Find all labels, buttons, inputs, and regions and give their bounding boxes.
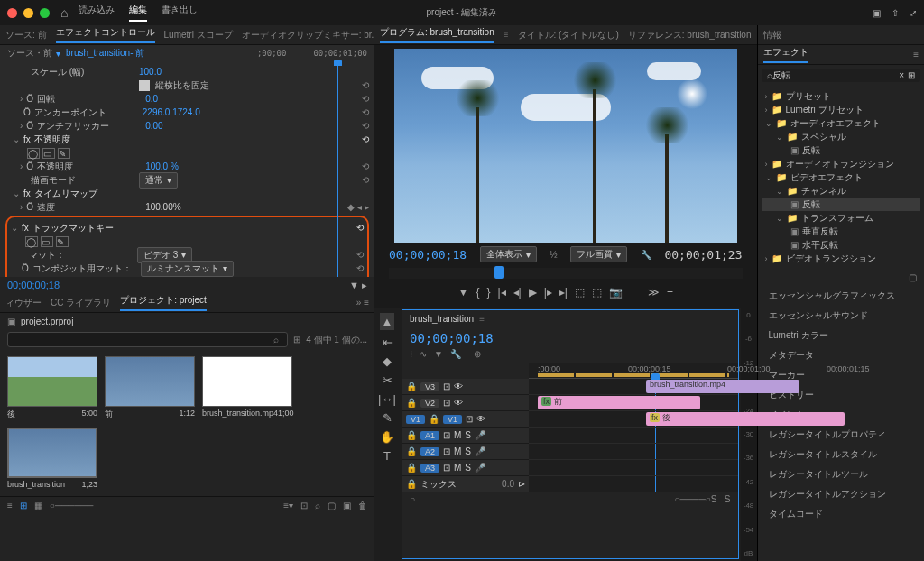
mic-icon[interactable]: 🎤 <box>475 430 485 440</box>
track-select-tool-icon[interactable]: ⇤ <box>383 336 393 349</box>
tree-item[interactable]: ▣反転 <box>762 198 921 211</box>
track-a3[interactable]: A3 <box>420 464 439 473</box>
bin-item[interactable]: brush_transition.mp41;00 <box>202 356 292 420</box>
icon-view-icon[interactable]: ⊞ <box>20 501 27 510</box>
bin-item[interactable]: brush_transition1;23 <box>7 428 97 489</box>
share-icon[interactable]: ⇧ <box>892 8 899 18</box>
track-v3[interactable]: V3 <box>420 382 439 391</box>
bin-item[interactable]: 前1:12 <box>105 356 195 420</box>
tree-item[interactable]: ›📁オーディオトランジション <box>762 157 921 170</box>
panel-list-item[interactable]: タイムコード <box>758 504 925 524</box>
ellipse-mask-icon[interactable]: ◯ <box>25 236 38 247</box>
export-frame-icon[interactable]: 📷 <box>609 286 623 299</box>
track-v1-src[interactable]: V1 <box>406 415 425 424</box>
sort-icon[interactable]: ≡▾ <box>283 501 293 510</box>
settings-icon[interactable]: 🔧 <box>450 349 461 359</box>
panel-list-item[interactable]: Lumetri カラー <box>758 326 925 345</box>
effects-search[interactable]: ⌕ × ⊞ <box>762 69 921 82</box>
pen-mask-icon[interactable]: ✎ <box>56 236 69 247</box>
clip-v2[interactable]: fx 前 <box>538 396 700 409</box>
settings-icon[interactable]: 🔧 <box>641 250 651 260</box>
panel-list-item[interactable]: レガシータイトルアクション <box>758 484 925 504</box>
panel-list-item[interactable]: レガシータイトルプロパティ <box>758 425 925 445</box>
lock-icon[interactable]: 🔒 <box>429 414 439 424</box>
ec-antiflicker-value[interactable]: 0.00 <box>145 121 162 131</box>
track-v2[interactable]: V2 <box>420 399 439 408</box>
reset-icon[interactable]: ⟲ <box>362 175 369 185</box>
toggle-output-icon[interactable]: ⊡ <box>443 398 450 408</box>
tree-item[interactable]: ▣水平反転 <box>762 238 921 252</box>
clear-search-icon[interactable]: × <box>899 70 904 80</box>
lock-icon[interactable]: 🔒 <box>406 479 417 489</box>
lift-icon[interactable]: ⬚ <box>575 286 585 299</box>
zoom-slider[interactable]: ○────── <box>50 501 94 510</box>
fit-dropdown[interactable]: 全体表示 ▾ <box>480 246 537 262</box>
tree-item[interactable]: ›📁プリセット <box>762 89 921 103</box>
ec-rotation-value[interactable]: 0.0 <box>145 94 158 104</box>
tab-project[interactable]: プロジェクト: project <box>120 294 207 311</box>
auto-seq-icon[interactable]: ⊡ <box>300 501 308 510</box>
toggle-output-icon[interactable]: ⊡ <box>443 382 450 391</box>
button-editor-icon[interactable]: + <box>667 286 673 299</box>
track-mix[interactable]: ミックス <box>420 478 457 491</box>
sequence-name[interactable]: brush_transition <box>410 314 474 324</box>
lock-icon[interactable]: 🔒 <box>406 463 417 473</box>
tab-source[interactable]: ソース: 前 <box>5 29 47 41</box>
timeline-tc[interactable]: 00;00;00;18 <box>410 331 494 345</box>
rect-mask-icon[interactable]: ▭ <box>42 148 55 159</box>
close-window-button[interactable] <box>7 8 17 18</box>
link-icon[interactable]: ∿ <box>420 349 427 359</box>
comparison-icon[interactable]: ≫ <box>648 286 660 299</box>
panel-menu-icon[interactable]: ≡ <box>913 50 919 60</box>
ec-clip-name[interactable]: brush_transition- 前 <box>66 47 144 60</box>
blend-mode-dropdown[interactable]: 通常 ▾ <box>139 172 178 189</box>
tab-audio-mixer[interactable]: オーディオクリップミキサー: br... <box>242 29 379 41</box>
track-a1[interactable]: A1 <box>420 431 439 440</box>
panel-list-item[interactable]: レガシータイトルツール <box>758 464 925 484</box>
tab-title[interactable]: タイトル: (タイトルなし) <box>518 29 619 41</box>
trash-icon[interactable]: 🗑 <box>358 501 367 510</box>
bin-nav-icon[interactable]: ⊞ <box>293 335 300 345</box>
insert-icon[interactable]: ⊕ <box>474 349 481 359</box>
tab-media-browser[interactable]: ィウザー <box>5 297 42 309</box>
ripple-tool-icon[interactable]: ◆ <box>383 354 392 368</box>
new-item-icon[interactable]: ▣ <box>343 501 351 510</box>
rect-mask-icon[interactable]: ▭ <box>41 236 53 247</box>
add-marker-icon[interactable]: ▼ <box>458 286 469 299</box>
tab-lumetri-scopes[interactable]: Lumetri スコープ <box>164 29 233 41</box>
tab-cc-library[interactable]: CC ライブラリ <box>51 297 111 309</box>
trackmatte-header[interactable]: トラックマットキー <box>32 222 114 235</box>
ec-playhead[interactable] <box>337 63 338 277</box>
eye-icon[interactable]: 👁 <box>454 382 463 391</box>
mic-icon[interactable]: 🎤 <box>475 463 485 473</box>
selection-tool-icon[interactable]: ▲ <box>380 313 395 330</box>
maximize-window-button[interactable] <box>40 8 50 18</box>
fullscreen-icon[interactable]: ⤢ <box>910 8 917 18</box>
tree-item[interactable]: ▣垂直反転 <box>762 225 921 238</box>
type-tool-icon[interactable]: T <box>383 449 391 463</box>
program-tc-left[interactable]: 00;00;00;18 <box>389 248 467 262</box>
menu-edit[interactable]: 編集 <box>129 4 147 22</box>
tree-item[interactable]: ⌄📁トランスフォーム <box>762 211 921 225</box>
step-back-icon[interactable]: ◂| <box>513 286 522 299</box>
uniform-scale-checkbox[interactable] <box>139 80 150 91</box>
reset-icon[interactable]: ⟲ <box>362 121 369 131</box>
tree-item[interactable]: ⌄📁スペシャル <box>762 130 921 143</box>
freeform-view-icon[interactable]: ▦ <box>34 501 42 510</box>
minimize-window-button[interactable] <box>23 8 33 18</box>
menu-export[interactable]: 書き出し <box>162 4 198 22</box>
reset-icon[interactable]: ⟲ <box>362 80 369 90</box>
hand-tool-icon[interactable]: ✋ <box>380 430 394 444</box>
reset-icon[interactable]: ⟲ <box>356 223 364 233</box>
panel-list-item[interactable]: エッセンシャルグラフィックス <box>758 286 925 306</box>
home-icon[interactable]: ⌂ <box>60 5 68 20</box>
go-in-icon[interactable]: |◂ <box>497 286 505 299</box>
tab-effect-controls[interactable]: エフェクトコントロール <box>56 26 155 43</box>
panel-menu-icon[interactable]: » ≡ <box>356 298 369 308</box>
program-viewer[interactable] <box>394 49 737 243</box>
lock-icon[interactable]: 🔒 <box>406 398 417 408</box>
mic-icon[interactable]: 🎤 <box>475 446 485 456</box>
tree-item[interactable]: ⌄📁オーディオエフェクト <box>762 116 921 130</box>
play-icon[interactable]: ▶ <box>529 286 537 299</box>
clip-v1[interactable]: fx 後 <box>646 412 845 426</box>
